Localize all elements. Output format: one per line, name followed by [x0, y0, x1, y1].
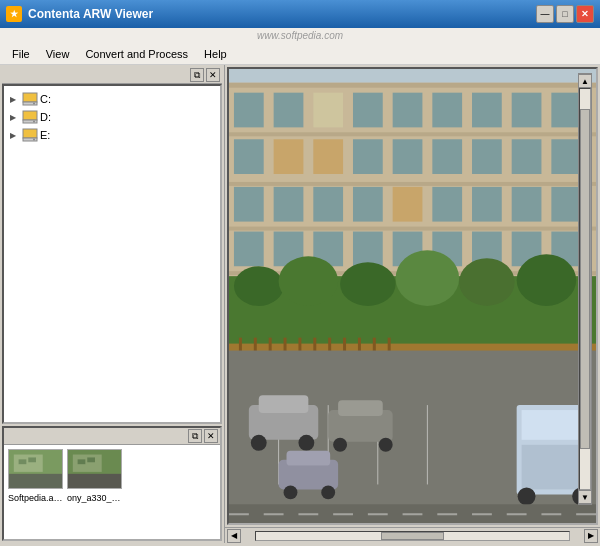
thumb-filename-1: Softpedia.arw	[8, 493, 63, 503]
svg-rect-99	[522, 410, 586, 440]
minimize-button[interactable]: —	[536, 5, 554, 23]
svg-rect-29	[353, 93, 383, 128]
svg-rect-12	[19, 459, 27, 464]
svg-point-88	[251, 435, 267, 451]
thumb-image-1	[9, 450, 62, 488]
svg-rect-53	[234, 232, 264, 267]
svg-rect-22	[229, 132, 596, 136]
svg-point-68	[517, 254, 577, 306]
tree-label-e: E:	[40, 129, 50, 141]
svg-point-89	[298, 435, 314, 451]
tree-label-d: D:	[40, 111, 51, 123]
svg-rect-41	[472, 139, 502, 174]
close-button[interactable]: ✕	[576, 5, 594, 23]
hscroll-thumb[interactable]	[381, 532, 444, 540]
svg-rect-3	[23, 111, 37, 120]
menu-bar: File View Convert and Process Help	[0, 43, 600, 65]
svg-rect-56	[353, 232, 383, 267]
svg-rect-26	[234, 93, 264, 128]
tree-arrow-c: ▶	[10, 95, 20, 104]
thumb-filename-2: ony_a330_04.ar	[67, 493, 122, 503]
scroll-up-button[interactable]: ▲	[578, 74, 592, 88]
svg-rect-33	[512, 93, 542, 128]
svg-rect-13	[28, 457, 36, 462]
svg-rect-87	[259, 395, 309, 413]
svg-rect-49	[432, 187, 462, 222]
svg-rect-36	[274, 139, 304, 174]
scroll-right-button[interactable]: ▶	[584, 529, 598, 543]
svg-rect-10	[9, 474, 62, 488]
svg-rect-28	[313, 93, 343, 128]
svg-rect-37	[313, 139, 343, 174]
file-tree: ▶ C: ▶	[2, 84, 222, 424]
thumbnail-content: Softpedia.arw ony_a330_04.ar	[4, 445, 220, 539]
thumbnail-close-button[interactable]: ✕	[204, 429, 218, 443]
left-panel: ⧉ ✕ ▶ C:	[0, 65, 225, 543]
menu-view[interactable]: View	[38, 46, 78, 62]
tree-arrow-e: ▶	[10, 131, 20, 140]
horizontal-scrollbar: ◀ ▶	[225, 527, 600, 543]
thumbnail-filenames: Softpedia.arw ony_a330_04.ar	[8, 493, 216, 503]
vertical-scrollbar: ▲ ▼	[578, 73, 592, 505]
watermark: www.softpedia.com	[0, 28, 600, 43]
svg-rect-0	[23, 93, 37, 102]
svg-rect-51	[512, 187, 542, 222]
svg-point-92	[333, 438, 347, 452]
svg-rect-35	[234, 139, 264, 174]
svg-point-93	[379, 438, 393, 452]
scroll-left-button[interactable]: ◀	[227, 529, 241, 543]
svg-rect-6	[23, 129, 37, 138]
svg-rect-48	[393, 187, 423, 222]
svg-rect-91	[338, 400, 383, 416]
tree-item-c[interactable]: ▶ C:	[6, 90, 218, 108]
file-tree-float-button[interactable]: ⧉	[190, 68, 204, 82]
svg-rect-11	[14, 455, 43, 472]
svg-rect-38	[353, 139, 383, 174]
svg-rect-27	[274, 93, 304, 128]
maximize-button[interactable]: □	[556, 5, 574, 23]
file-tree-close-button[interactable]: ✕	[206, 68, 220, 82]
svg-rect-50	[472, 187, 502, 222]
right-panel: ▲ ▼ ◀ ▶	[225, 65, 600, 543]
svg-point-63	[234, 266, 284, 306]
svg-rect-40	[432, 139, 462, 174]
tree-item-e[interactable]: ▶ E:	[6, 126, 218, 144]
thumbnail-panel-header: ⧉ ✕	[4, 428, 220, 445]
thumbnail-1[interactable]	[8, 449, 63, 489]
thumbnail-row	[8, 449, 216, 489]
svg-point-5	[33, 121, 35, 123]
svg-rect-42	[512, 139, 542, 174]
svg-point-8	[33, 139, 35, 141]
svg-rect-31	[432, 93, 462, 128]
menu-help[interactable]: Help	[196, 46, 235, 62]
svg-rect-45	[274, 187, 304, 222]
scroll-down-button[interactable]: ▼	[578, 490, 592, 504]
main-layout: ⧉ ✕ ▶ C:	[0, 65, 600, 543]
svg-rect-100	[522, 445, 586, 490]
window-controls: — □ ✕	[536, 5, 594, 23]
svg-point-66	[396, 250, 459, 306]
vscroll-thumb[interactable]	[580, 109, 590, 449]
app-title: Contenta ARW Viewer	[28, 7, 153, 21]
menu-file[interactable]: File	[4, 46, 38, 62]
svg-point-96	[284, 485, 298, 499]
file-tree-panel-header: ⧉ ✕	[2, 67, 222, 84]
title-bar: ★ Contenta ARW Viewer — □ ✕	[0, 0, 600, 28]
svg-rect-44	[234, 187, 264, 222]
tree-item-d[interactable]: ▶ D:	[6, 108, 218, 126]
svg-rect-18	[87, 457, 95, 462]
svg-rect-17	[78, 459, 86, 464]
thumbnail-2[interactable]	[67, 449, 122, 489]
drive-icon-e	[22, 128, 38, 142]
main-photo	[229, 69, 596, 523]
thumbnail-panel: ⧉ ✕	[2, 426, 222, 541]
menu-convert-process[interactable]: Convert and Process	[77, 46, 196, 62]
svg-rect-24	[229, 227, 596, 231]
svg-rect-32	[472, 93, 502, 128]
thumbnail-float-button[interactable]: ⧉	[188, 429, 202, 443]
hscroll-track	[255, 531, 570, 541]
app-icon: ★	[6, 6, 22, 22]
svg-rect-21	[229, 83, 596, 88]
drive-icon-d	[22, 110, 38, 124]
svg-rect-47	[353, 187, 383, 222]
